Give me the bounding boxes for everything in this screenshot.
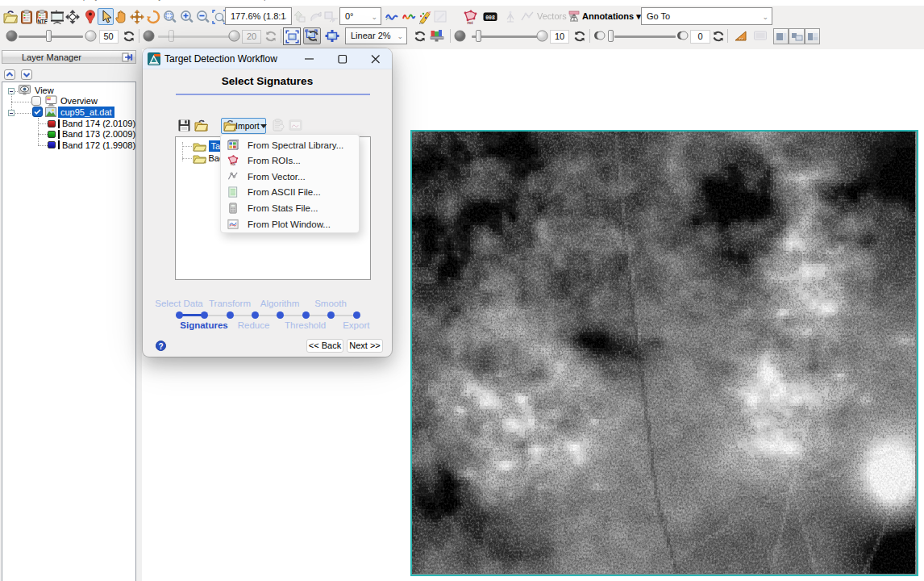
svg-text:roi: roi	[467, 20, 473, 25]
svg-text:roi: roi	[231, 162, 235, 166]
svg-text:008: 008	[485, 15, 495, 21]
svg-text:NTF: NTF	[37, 19, 48, 24]
